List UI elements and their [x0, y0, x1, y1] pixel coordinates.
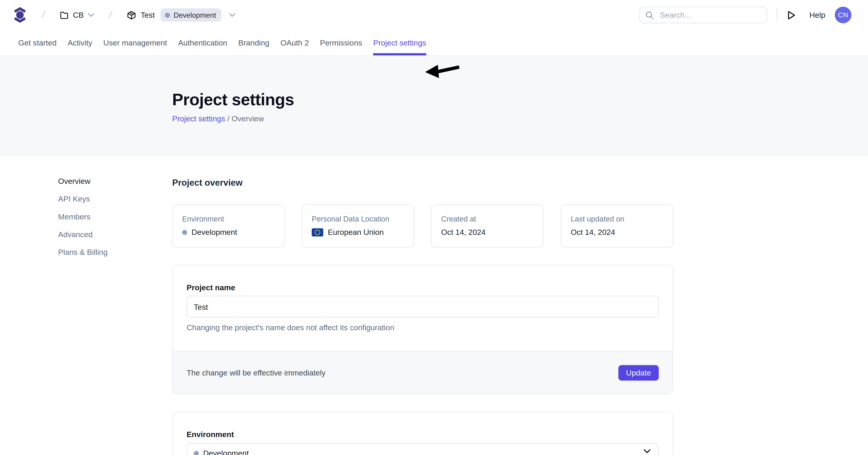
tab-authentication[interactable]: Authentication: [178, 30, 227, 55]
info-card-value: Oct 14, 2024: [570, 228, 663, 236]
divider: [777, 8, 777, 22]
package-icon: [127, 10, 136, 20]
info-card-value-text: Development: [191, 228, 237, 236]
folder-icon: [60, 10, 69, 20]
chevron-down-icon: [644, 449, 651, 454]
sidebar-item-members[interactable]: Members: [58, 208, 152, 225]
project-name-input[interactable]: [186, 296, 658, 317]
tab-permissions[interactable]: Permissions: [320, 30, 362, 55]
project-name-helper: Changing the project's name does not aff…: [186, 322, 658, 333]
chevron-down-icon: [229, 13, 236, 17]
info-card-last-updated: Last updated on Oct 14, 2024: [561, 204, 673, 248]
info-card-label: Last updated on: [570, 216, 663, 223]
logo-icon: [14, 7, 26, 23]
corbado-logo[interactable]: [14, 7, 26, 23]
primary-nav: Get started Activity User management Aut…: [0, 30, 868, 56]
info-card-value-text: Oct 14, 2024: [441, 228, 486, 236]
tab-oauth2[interactable]: OAuth 2: [280, 30, 309, 55]
breadcrumb-separator: /: [41, 9, 46, 21]
search-icon: [646, 11, 654, 19]
tab-branding[interactable]: Branding: [238, 30, 269, 55]
search-input[interactable]: [659, 10, 761, 20]
status-dot-icon: [165, 12, 170, 18]
sidebar-item-overview[interactable]: Overview: [58, 172, 152, 190]
info-card-value: Oct 14, 2024: [441, 228, 534, 236]
section-title: Project overview: [172, 178, 673, 188]
info-card-label: Environment: [182, 216, 275, 223]
breadcrumb-link[interactable]: Project settings: [172, 114, 225, 123]
environment-badge: Development: [160, 8, 222, 22]
environment-card-body: Environment Development: [173, 412, 673, 455]
environment-select-text: Development: [203, 449, 249, 455]
environment-card: Environment Development: [172, 411, 673, 455]
status-dot-icon: [182, 230, 187, 235]
info-cards-row: Environment Development Personal Data Lo…: [172, 204, 673, 248]
avatar[interactable]: CN: [835, 7, 851, 23]
project-name-label: Project name: [186, 284, 658, 291]
main-panel: Project overview Environment Development…: [172, 157, 673, 455]
project-name-card-body: Project name Changing the project's name…: [173, 265, 673, 351]
search-box[interactable]: [640, 7, 768, 23]
topbar: / CB / Test Development: [0, 0, 868, 30]
tab-user-management[interactable]: User management: [103, 30, 167, 55]
help-link[interactable]: Help: [809, 10, 825, 20]
footer-note: The change will be effective immediately: [186, 368, 326, 377]
sidebar-item-plans-billing[interactable]: Plans & Billing: [58, 243, 152, 261]
sidebar-item-api-keys[interactable]: API Keys: [58, 190, 152, 208]
info-card-value: Development: [182, 228, 275, 236]
info-card-value: European Union: [312, 228, 404, 236]
environment-label: Environment: [186, 430, 658, 438]
status-dot-icon: [194, 451, 199, 455]
tab-get-started[interactable]: Get started: [19, 30, 57, 55]
environment-badge-label: Development: [174, 11, 216, 19]
breadcrumb-separator: /: [108, 9, 113, 21]
update-button[interactable]: Update: [618, 365, 658, 380]
chevron-down-icon: [88, 13, 94, 17]
project-name: Test: [141, 10, 155, 20]
tab-activity[interactable]: Activity: [68, 30, 92, 55]
info-card-environment: Environment Development: [172, 204, 284, 248]
topbar-actions: Help CN: [640, 7, 851, 23]
settings-sidenav: Overview API Keys Members Advanced Plans…: [58, 172, 152, 261]
environment-select[interactable]: Development: [186, 443, 658, 455]
sidebar-item-advanced[interactable]: Advanced: [58, 225, 152, 243]
breadcrumb: Project settings / Overview: [172, 114, 868, 123]
info-card-data-location: Personal Data Location European Union: [302, 204, 414, 248]
info-card-label: Personal Data Location: [312, 216, 404, 223]
environment-select-value: Development: [194, 449, 249, 455]
eu-flag-icon: [312, 228, 323, 236]
info-card-value-text: Oct 14, 2024: [570, 228, 615, 236]
project-switcher[interactable]: Test Development: [127, 8, 236, 22]
project-name-card-footer: The change will be effective immediately…: [173, 351, 673, 393]
breadcrumb-current: Overview: [232, 114, 264, 123]
content-area: Overview API Keys Members Advanced Plans…: [0, 157, 868, 455]
project-name-card: Project name Changing the project's name…: [172, 265, 673, 394]
info-card-created-at: Created at Oct 14, 2024: [431, 204, 544, 248]
breadcrumb-separator: /: [227, 114, 232, 123]
tab-project-settings[interactable]: Project settings: [373, 30, 426, 55]
page-title: Project settings: [172, 90, 868, 109]
play-icon: [788, 10, 796, 20]
info-card-value-text: European Union: [328, 228, 384, 236]
play-button[interactable]: [787, 9, 797, 21]
page-header: Project settings Project settings / Over…: [0, 56, 868, 157]
org-switcher[interactable]: CB: [60, 10, 94, 20]
app-window: / CB / Test Development: [0, 0, 868, 455]
org-name: CB: [73, 10, 84, 20]
info-card-label: Created at: [441, 216, 534, 223]
